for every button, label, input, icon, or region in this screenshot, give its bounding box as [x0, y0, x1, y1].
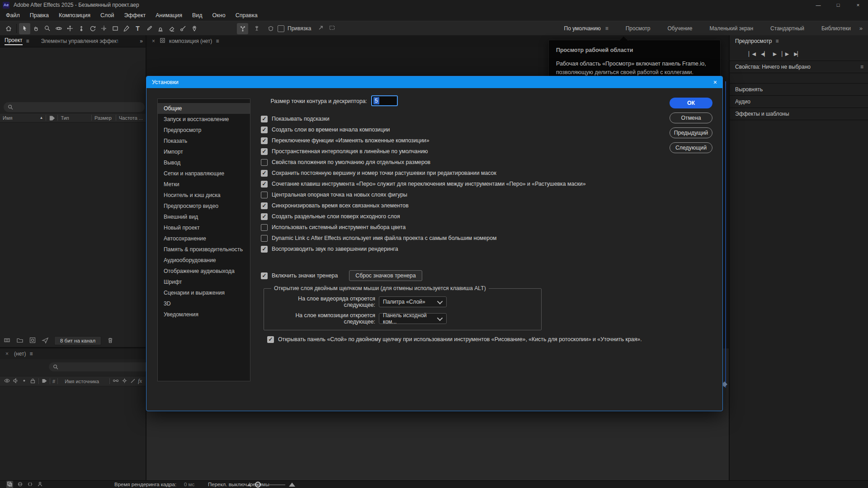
- checkbox[interactable]: ✓: [261, 116, 268, 122]
- footage-layer-dropdown[interactable]: Палитра «Слой»: [379, 296, 447, 307]
- ok-button[interactable]: ОК: [670, 98, 712, 108]
- video-visibility-icon[interactable]: [4, 377, 10, 385]
- close-button[interactable]: ×: [848, 0, 868, 10]
- preference-checkbox-row[interactable]: ✓ Сочетание клавиш инструмента «Перо» сл…: [261, 178, 704, 189]
- menu-item[interactable]: Справка: [231, 12, 263, 19]
- preferences-category[interactable]: Сетки и направляющие: [158, 168, 250, 179]
- checkbox[interactable]: ✓: [261, 246, 268, 253]
- collapsed-panel-tab[interactable]: Выровнять: [730, 84, 868, 96]
- workspace-tab[interactable]: Маленький экран≡: [709, 25, 753, 32]
- composition-tab[interactable]: композиция (нет): [169, 38, 212, 44]
- share-arrow-icon[interactable]: [317, 24, 324, 33]
- comp-tab-close-icon[interactable]: ×: [152, 38, 155, 44]
- collapsed-panel-tab[interactable]: Аудио: [730, 96, 868, 108]
- tab-effect-controls[interactable]: Элементы управления эффектами (нет: [41, 38, 118, 44]
- checkbox[interactable]: ✓: [261, 170, 268, 177]
- preferences-category[interactable]: Новый проект: [158, 222, 250, 233]
- preferences-category[interactable]: Предпросмотр видео: [158, 201, 250, 211]
- reset-coach-marks-button[interactable]: Сброс значков тренера: [349, 270, 422, 281]
- coach-marks-checkbox[interactable]: ✓: [261, 272, 268, 279]
- maximize-button[interactable]: □: [828, 0, 848, 10]
- expression-brackets-icon[interactable]: [27, 481, 33, 488]
- brush-tool-icon[interactable]: [143, 23, 155, 34]
- project-flowchart-icon[interactable]: [42, 337, 49, 345]
- menu-item[interactable]: Анимация: [151, 12, 187, 19]
- audio-icon[interactable]: [12, 377, 19, 385]
- preferences-category[interactable]: Метки: [158, 179, 250, 190]
- parent-link-icon[interactable]: [112, 377, 119, 385]
- preference-checkbox-row[interactable]: ✓ Синхронизировать время всех связанных …: [261, 200, 704, 211]
- transport-button[interactable]: ▏▶: [782, 51, 788, 57]
- timeline-tab-close-icon[interactable]: ×: [5, 351, 9, 357]
- preference-checkbox-row[interactable]: ✓ Создать раздельные слои поверх исходно…: [261, 211, 704, 222]
- interpret-footage-icon[interactable]: [4, 337, 11, 345]
- zoom-in-mountain-icon[interactable]: [289, 483, 295, 487]
- properties-menu-icon[interactable]: ≡: [860, 64, 863, 70]
- dialog-titlebar[interactable]: Установки ×: [146, 76, 722, 88]
- timeline-menu-icon[interactable]: ≡: [29, 351, 33, 357]
- dolly-camera-tool-icon[interactable]: [75, 23, 87, 34]
- preferences-category[interactable]: Шрифт: [158, 277, 250, 287]
- source-name-column[interactable]: Имя источника: [65, 379, 99, 384]
- sun-icon[interactable]: [121, 377, 128, 385]
- transport-button[interactable]: ▶: [773, 51, 776, 57]
- preferences-category[interactable]: Отображение аудиовыхода: [158, 266, 250, 277]
- marquee-region-icon[interactable]: [329, 24, 335, 33]
- solo-icon[interactable]: [21, 377, 28, 385]
- column-type[interactable]: Тип: [57, 115, 91, 121]
- checkbox[interactable]: ✓: [261, 235, 268, 242]
- preferences-category[interactable]: 3D: [158, 298, 250, 309]
- pan-camera-tool-icon[interactable]: [64, 23, 75, 34]
- menu-item[interactable]: Композиция: [54, 12, 95, 19]
- roto-brush-tool-icon[interactable]: [177, 23, 189, 34]
- tab-project[interactable]: Проект: [5, 37, 23, 45]
- menu-item[interactable]: Слой: [95, 12, 119, 19]
- preferences-category[interactable]: Сценарии и выражения: [158, 287, 250, 298]
- menu-item[interactable]: Вид: [187, 12, 208, 19]
- layer-number-column[interactable]: #: [52, 379, 55, 384]
- coach-person-icon[interactable]: [37, 481, 43, 488]
- pan-behind-tool-icon[interactable]: [98, 23, 109, 34]
- workspace-menu-icon[interactable]: ≡: [605, 25, 609, 32]
- preference-checkbox-row[interactable]: ✓ Показывать подсказки: [261, 113, 704, 124]
- workspace-overflow-icon[interactable]: »: [859, 25, 863, 32]
- preview-menu-icon[interactable]: ≡: [775, 38, 778, 44]
- rotate-tool-icon[interactable]: [87, 23, 98, 34]
- column-frequency[interactable]: Частота ...: [116, 115, 146, 121]
- preferences-category[interactable]: Носитель и кэш диска: [158, 190, 250, 201]
- panel-overflow-icon[interactable]: »: [140, 38, 143, 44]
- column-label-color[interactable]: [46, 115, 57, 121]
- local-axis-mode-icon[interactable]: [237, 23, 248, 34]
- preference-checkbox-row[interactable]: ✓ Воспроизводить звук по завершении ренд…: [261, 244, 704, 254]
- timeline-tab[interactable]: (нет): [14, 351, 26, 357]
- hand-tool-icon[interactable]: [30, 23, 42, 34]
- zoom-tool-icon[interactable]: [42, 23, 53, 34]
- live-update-icon[interactable]: [6, 481, 13, 488]
- view-axis-mode-icon[interactable]: [265, 23, 276, 34]
- transport-button[interactable]: ▏◀: [749, 51, 755, 57]
- preference-checkbox-row[interactable]: ✓ Использовать системный инструмент выбо…: [261, 222, 704, 233]
- preferences-category[interactable]: Предпросмотр: [158, 125, 250, 136]
- preferences-category[interactable]: Аудиооборудование: [158, 255, 250, 266]
- preference-checkbox-row[interactable]: ✓ Создать слои во времени начала компози…: [261, 124, 704, 135]
- minimize-button[interactable]: —: [808, 0, 828, 10]
- transport-button[interactable]: ▶▏: [794, 51, 801, 57]
- checkbox[interactable]: ✓: [261, 202, 268, 209]
- dialog-close-icon[interactable]: ×: [713, 79, 717, 86]
- world-axis-mode-icon[interactable]: [251, 23, 262, 34]
- selection-tool-icon[interactable]: [19, 23, 30, 34]
- home-tool-icon[interactable]: [3, 23, 14, 34]
- column-size[interactable]: Размер: [91, 115, 116, 121]
- zoom-slider-knob[interactable]: [255, 482, 261, 488]
- checkbox[interactable]: ✓: [261, 148, 268, 155]
- point-size-input[interactable]: 5: [371, 95, 398, 106]
- menu-item[interactable]: Окно: [208, 12, 231, 19]
- snap-checkbox[interactable]: [278, 25, 284, 32]
- comp-layer-dropdown[interactable]: Панель исходной ком...: [379, 313, 447, 324]
- shy-icon[interactable]: [130, 378, 136, 385]
- checkbox[interactable]: ✓: [261, 159, 268, 166]
- zoom-out-mountain-icon[interactable]: [247, 483, 251, 486]
- preference-checkbox-row[interactable]: ✓ Dynamic Link с After Effects используе…: [261, 233, 704, 244]
- fx-icon[interactable]: fx: [138, 378, 142, 385]
- checkbox[interactable]: ✓: [261, 213, 268, 220]
